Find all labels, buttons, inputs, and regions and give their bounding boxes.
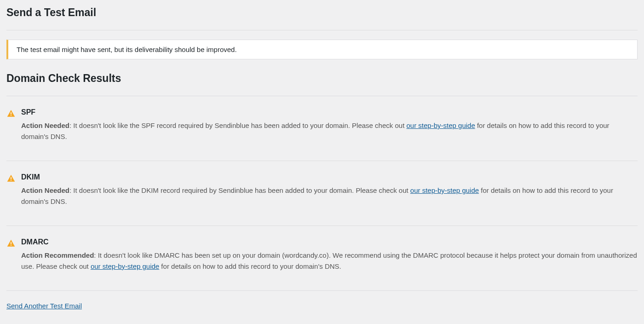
notice-message: The test email might have sent, but its … [17,46,237,53]
send-another-test-link[interactable]: Send Another Test Email [6,302,82,310]
check-item-dkim: DKIM Action Needed: It doesn't look like… [6,161,638,226]
warning-notice: The test email might have sent, but its … [6,40,638,59]
page-title: Send a Test Email [6,6,638,19]
warning-icon [6,239,16,249]
guide-link-dmarc[interactable]: our step-by-step guide [91,262,159,270]
action-label: Action Needed [21,186,69,194]
check-item-spf: SPF Action Needed: It doesn't look like … [6,96,638,161]
desc-after: for details on how to add this record to… [159,262,341,270]
check-item-dmarc: DMARC Action Recommended: It doesn't loo… [6,226,638,291]
svg-rect-2 [11,177,12,179]
guide-link-spf[interactable]: our step-by-step guide [407,122,475,129]
desc-before: : It doesn't look like the DKIM record r… [69,186,410,194]
section-title-domain-check: Domain Check Results [6,72,638,85]
check-desc-dmarc: Action Recommended: It doesn't look like… [21,250,638,272]
warning-icon [6,174,16,185]
desc-before: : It doesn't look like the SPF record re… [69,122,406,129]
warning-icon [6,109,16,120]
check-title-dkim: DKIM [21,173,638,181]
check-title-dmarc: DMARC [21,238,638,246]
check-desc-dkim: Action Needed: It doesn't look like the … [21,185,638,207]
svg-rect-5 [11,245,12,246]
check-title-spf: SPF [21,108,638,116]
svg-rect-1 [11,115,12,116]
svg-rect-0 [11,112,12,115]
action-label: Action Recommended [21,251,94,259]
guide-link-dkim[interactable]: our step-by-step guide [410,186,479,194]
action-label: Action Needed [21,122,69,129]
svg-rect-3 [11,180,12,181]
svg-rect-4 [11,242,12,244]
divider [6,30,638,30]
check-desc-spf: Action Needed: It doesn't look like the … [21,120,638,142]
